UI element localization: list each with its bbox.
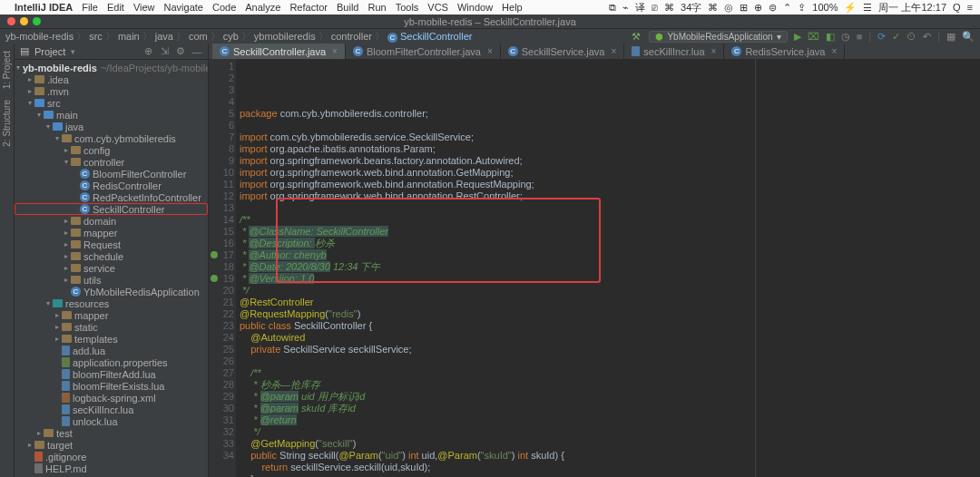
close-tab-icon[interactable]: × (831, 46, 837, 56)
tree-node-utils[interactable]: ▸utils (15, 274, 208, 286)
toolwindow-tab-project[interactable]: 1: Project (2, 47, 12, 92)
menubar-status-item[interactable]: 译 (635, 1, 645, 15)
tree-node-mapper[interactable]: ▸mapper (15, 227, 208, 238)
tree-node-service[interactable]: ▸service (15, 262, 208, 274)
menu-edit[interactable]: Edit (107, 2, 124, 13)
line-number[interactable]: 4 (209, 96, 234, 108)
menu-file[interactable]: File (82, 2, 98, 13)
menubar-status-item[interactable]: 周一 上午12:17 (878, 1, 946, 15)
line-number[interactable]: 12 (209, 190, 234, 202)
editor-tab-seckillcontroller-java[interactable]: CSeckillController.java× (212, 44, 346, 59)
code-line[interactable]: * @Author: chenyb (240, 249, 976, 261)
code-line[interactable]: */ (240, 426, 976, 438)
code-line[interactable] (240, 355, 976, 367)
code-line[interactable]: import org.springframework.web.bind.anno… (240, 179, 976, 190)
debug-icon[interactable]: ⌧ (808, 31, 819, 43)
git-revert-icon[interactable]: ↶ (923, 31, 931, 43)
expand-all-icon[interactable]: ⇲ (159, 45, 170, 57)
menu-refactor[interactable]: Refactor (289, 2, 328, 13)
code-line[interactable]: * @Date: 2020/8/30 12:34 下午 (240, 261, 976, 273)
menubar-status-item[interactable]: ⎚ (652, 2, 658, 13)
line-number[interactable]: 32 (209, 426, 234, 438)
close-tab-icon[interactable]: × (332, 46, 338, 56)
line-number[interactable]: 11 (209, 179, 234, 190)
code-line[interactable]: * @param skuId 库存id (240, 403, 976, 414)
line-number[interactable]: 22 (209, 308, 234, 320)
menubar-status-item[interactable]: ⌁ (622, 2, 629, 14)
breadcrumb-segment[interactable]: ybmobileredis (254, 31, 316, 42)
run-gutter-icon[interactable] (211, 275, 218, 282)
line-number[interactable]: 29 (209, 391, 234, 403)
tree-node-bloomfilteradd-lua[interactable]: bloomFilterAdd.lua (15, 368, 208, 380)
project-tree[interactable]: ▾ yb-mobile-redis ~/IdeaProjects/yb-mobi… (15, 60, 208, 477)
tree-node-target[interactable]: ▸target (15, 439, 208, 451)
code-line[interactable] (240, 202, 976, 214)
breadcrumb-segment[interactable]: main (118, 31, 140, 42)
menu-view[interactable]: View (133, 2, 155, 13)
editor-tab-seckillservice-java[interactable]: CSeckillService.java× (501, 44, 625, 59)
tree-node-redpacketinfocontroller[interactable]: CRedPacketInfoController (15, 191, 208, 203)
git-update-icon[interactable]: ⟳ (877, 31, 886, 43)
menubar-status-item[interactable]: 100% (812, 2, 838, 13)
close-tab-icon[interactable]: × (487, 46, 493, 56)
build-icon[interactable]: ⚒ (632, 31, 642, 42)
menu-navigate[interactable]: Navigate (164, 2, 203, 13)
line-number[interactable]: 6 (209, 120, 234, 131)
gear-icon[interactable]: ⚙ (175, 45, 186, 57)
menu-vcs[interactable]: VCS (427, 2, 448, 13)
tree-node-application-properties[interactable]: application.properties (15, 356, 208, 368)
menubar-status-item[interactable]: ⊜ (769, 2, 777, 14)
tree-node-bloomfiltercontroller[interactable]: CBloomFilterController (15, 168, 208, 180)
line-number[interactable]: 10 (209, 167, 234, 179)
line-number[interactable]: 25 (209, 344, 234, 355)
code-line[interactable]: return seckillService.seckill(uid,skuId)… (240, 462, 976, 473)
line-number-gutter[interactable]: 1234567891011121314151617181920212223242… (209, 59, 236, 477)
menubar-status-item[interactable]: ◎ (724, 2, 733, 14)
git-history-icon[interactable]: ⏲ (906, 31, 916, 42)
code-line[interactable]: * 秒杀—抢库存 (240, 379, 976, 391)
menu-code[interactable]: Code (212, 2, 236, 13)
editor-split-divider[interactable] (755, 59, 756, 477)
menu-build[interactable]: Build (337, 2, 358, 13)
coverage-icon[interactable]: ◧ (826, 31, 835, 43)
tree-node--gitignore[interactable]: .gitignore (15, 451, 208, 462)
breadcrumb-segment[interactable]: src (89, 31, 103, 42)
line-number[interactable]: 31 (209, 414, 234, 426)
breadcrumb-segment[interactable]: com (189, 31, 208, 42)
run-config-dropdown[interactable]: ⬢ YbMobileRedisApplication ▾ (649, 31, 787, 43)
line-number[interactable]: 1 (209, 61, 234, 73)
breadcrumb-segment[interactable]: controller (331, 31, 372, 42)
tree-node--mvn[interactable]: ▸.mvn (15, 85, 208, 97)
editor-tab-bloomfiltercontroller-java[interactable]: CBloomFilterController.java× (346, 44, 501, 59)
code-line[interactable]: import org.springframework.beans.factory… (240, 155, 976, 167)
code-line[interactable]: } (240, 473, 976, 477)
code-line[interactable]: @RestController (240, 297, 976, 308)
line-number[interactable]: 33 (209, 438, 234, 450)
close-tab-icon[interactable]: × (611, 46, 616, 56)
git-commit-icon[interactable]: ✓ (892, 31, 900, 43)
menu-run[interactable]: Run (368, 2, 386, 13)
code-line[interactable]: public class SeckillController { (240, 320, 976, 332)
code-line[interactable]: * @Versiion: 1.0 (240, 273, 976, 285)
line-number[interactable]: 7 (209, 131, 234, 143)
tree-node-config[interactable]: ▸config (15, 144, 208, 156)
tree-node-java[interactable]: ▾java (15, 121, 208, 132)
line-number[interactable]: 28 (209, 379, 234, 391)
line-number[interactable]: 2 (209, 73, 234, 84)
menubar-status-item[interactable]: ⧉ (609, 2, 616, 14)
menu-analyze[interactable]: Analyze (245, 2, 280, 13)
code-line[interactable]: @RequestMapping("redis") (240, 308, 976, 320)
line-number[interactable]: 18 (209, 261, 234, 273)
tree-node-templates[interactable]: ▸templates (15, 333, 208, 345)
menubar-status-item[interactable]: Q (953, 2, 961, 13)
code-line[interactable]: * @ClassName: SeckillController (240, 226, 976, 238)
code-line[interactable]: private SeckillService seckillService; (240, 344, 976, 355)
code-line[interactable]: * @return (240, 414, 976, 426)
line-number[interactable]: 34 (209, 450, 234, 462)
code-line[interactable]: * @Description: 秒杀 (240, 238, 976, 249)
traffic-lights[interactable] (7, 17, 41, 25)
menubar-status-item[interactable]: ⇪ (798, 2, 806, 14)
search-icon[interactable]: 🔍 (962, 31, 975, 43)
code-line[interactable] (240, 120, 976, 131)
code-line[interactable]: /** (240, 214, 976, 226)
